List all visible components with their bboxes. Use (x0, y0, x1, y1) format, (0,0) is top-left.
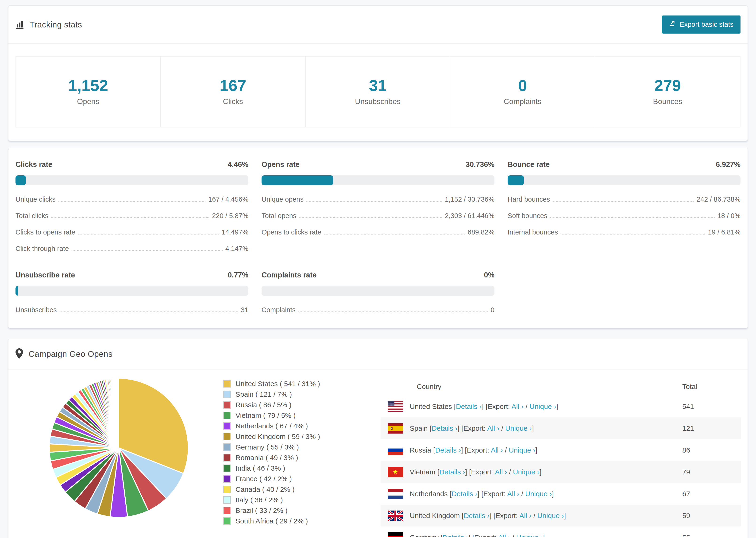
tracking-stats-card: Tracking stats Export basic stats 1,152 … (8, 5, 748, 141)
progress-bar-fill (16, 175, 26, 185)
rate-detail-row: Internal bounces 19 / 6.81% (508, 228, 740, 236)
bar-chart-icon (16, 20, 25, 29)
export-unique-link[interactable]: Unique › (509, 446, 535, 454)
export-all-link[interactable]: All › (495, 468, 507, 476)
export-unique-link[interactable]: Unique › (529, 403, 556, 410)
flag-icon-de (388, 532, 403, 537)
rate-detail-row: Unsubscribes 31 (16, 306, 248, 314)
export-all-link[interactable]: All › (487, 424, 499, 432)
stat-value: 167 (163, 77, 303, 94)
rate-section-complaints-rate: Complaints rate 0% Complaints 0 (261, 271, 495, 314)
progress-bar (16, 175, 248, 185)
country-row-ru: Russia [Details ›] [Export: All › / Uniq… (381, 439, 741, 461)
flag-icon-nl (388, 489, 403, 499)
dotted-leader (51, 217, 209, 218)
details-link[interactable]: Details › (432, 424, 458, 432)
legend-label: Brazil ( 33 / 2% ) (236, 507, 288, 514)
legend-item-south-africa: South Africa ( 29 / 2% ) (223, 517, 355, 525)
country-row-gb: United Kingdom [Details ›] [Export: All … (381, 505, 741, 526)
country-row-nl: Netherlands [Details ›] [Export: All › /… (381, 483, 741, 505)
stat-label: Clicks (163, 97, 303, 106)
rate-value: 6.927% (716, 160, 740, 169)
details-link[interactable]: Details › (435, 446, 461, 454)
dotted-leader (306, 201, 442, 202)
stats-strip: 1,152 Opens167 Clicks31 Unsubscribes0 Co… (16, 56, 740, 128)
rate-title: Bounce rate (508, 160, 550, 169)
export-all-link[interactable]: All › (507, 490, 519, 498)
export-unique-link[interactable]: Unique › (537, 512, 564, 519)
legend-swatch (223, 486, 231, 493)
legend-item-italy: Italy ( 36 / 2% ) (223, 496, 355, 504)
legend-label: India ( 46 / 3% ) (236, 464, 285, 472)
details-link[interactable]: Details › (452, 490, 477, 498)
details-link[interactable]: Details › (464, 512, 490, 519)
legend-swatch (223, 507, 231, 514)
country-cell: Netherlands [Details ›] [Export: All › /… (410, 490, 682, 498)
rate-section-opens-rate: Opens rate 30.736% Unique opens 1,152 / … (261, 160, 495, 252)
legend-item-united-states: United States ( 541 / 31% ) (223, 380, 355, 388)
export-unique-link[interactable]: Unique › (513, 468, 540, 476)
legend-swatch (223, 517, 231, 525)
legend-item-india: India ( 46 / 3% ) (223, 464, 355, 472)
stat-label: Opens (18, 97, 158, 106)
rate-detail-row: Unique clicks 167 / 4.456% (16, 195, 248, 203)
rate-section-unsubscribe-rate: Unsubscribe rate 0.77% Unsubscribes 31 (16, 271, 248, 314)
stat-box-complaints: 0 Complaints (450, 57, 595, 127)
total-cell: 86 (682, 446, 741, 454)
export-all-link[interactable]: All › (519, 512, 531, 519)
export-all-link[interactable]: All › (498, 534, 511, 537)
legend-swatch (223, 380, 231, 388)
stat-label: Complaints (453, 97, 592, 106)
legend-swatch (223, 475, 231, 483)
legend-swatch (223, 433, 231, 440)
progress-bar-fill (508, 175, 524, 185)
progress-bar-fill (261, 175, 333, 185)
country-row-de: Germany [Details ›] [Export: All › / Uni… (381, 526, 741, 537)
progress-bar (261, 175, 495, 185)
rate-value: 4.46% (228, 160, 248, 169)
legend-label: Russia ( 86 / 5% ) (236, 401, 291, 409)
export-unique-link[interactable]: Unique › (505, 424, 532, 432)
legend-swatch (223, 422, 231, 430)
geo-opens-body: United States ( 541 / 31% ) Spain ( 121 … (9, 369, 747, 537)
legend-swatch (223, 401, 231, 409)
legend-item-vietnam: Vietnam ( 79 / 5% ) (223, 411, 355, 419)
export-icon (669, 20, 676, 29)
stat-label: Bounces (598, 97, 738, 106)
country-row-us: United States [Details ›] [Export: All ›… (381, 396, 741, 417)
rate-detail-row: Clicks to opens rate 14.497% (16, 228, 248, 236)
export-basic-stats-button[interactable]: Export basic stats (662, 16, 740, 33)
export-unique-link[interactable]: Unique › (525, 490, 552, 498)
country-cell: United States [Details ›] [Export: All ›… (410, 403, 682, 410)
total-cell: 121 (682, 424, 741, 432)
country-cell: Germany [Details ›] [Export: All › / Uni… (410, 534, 682, 537)
page-title: Tracking stats (29, 20, 82, 29)
country-cell: Vietnam [Details ›] [Export: All › / Uni… (410, 468, 682, 476)
country-row-vn: Vietnam [Details ›] [Export: All › / Uni… (381, 461, 741, 483)
stat-value: 0 (453, 77, 592, 94)
export-unique-link[interactable]: Unique › (516, 534, 543, 537)
flag-icon-es (388, 423, 403, 434)
rate-detail-row: Click through rate 4.147% (16, 245, 248, 252)
geo-country-table: Country Total United States [Details ›] … (381, 377, 741, 537)
total-cell: 541 (682, 403, 741, 410)
details-link[interactable]: Details › (456, 403, 482, 410)
details-link[interactable]: Details › (439, 468, 465, 476)
rate-title: Complaints rate (261, 271, 316, 279)
flag-icon-ru (388, 445, 403, 456)
stat-label: Unsubscribes (308, 97, 448, 106)
export-all-link[interactable]: All › (512, 403, 524, 410)
total-cell: 59 (682, 512, 741, 520)
page: Tracking stats Export basic stats 1,152 … (0, 0, 756, 538)
dotted-leader (60, 311, 238, 312)
rate-detail-row: Opens to clicks rate 689.82% (261, 228, 495, 236)
export-all-link[interactable]: All › (491, 446, 503, 454)
dotted-leader (58, 201, 205, 202)
rates-grid: Clicks rate 4.46% Unique clicks 167 / 4.… (16, 160, 740, 314)
legend-label: Netherlands ( 67 / 4% ) (236, 422, 308, 430)
geo-pie-legend: United States ( 541 / 31% ) Spain ( 121 … (223, 377, 355, 528)
legend-item-united-kingdom: United Kingdom ( 59 / 3% ) (223, 433, 355, 441)
country-column-header: Country (417, 383, 682, 391)
details-link[interactable]: Details › (443, 534, 468, 537)
rate-detail-row: Total clicks 220 / 5.87% (16, 212, 248, 220)
